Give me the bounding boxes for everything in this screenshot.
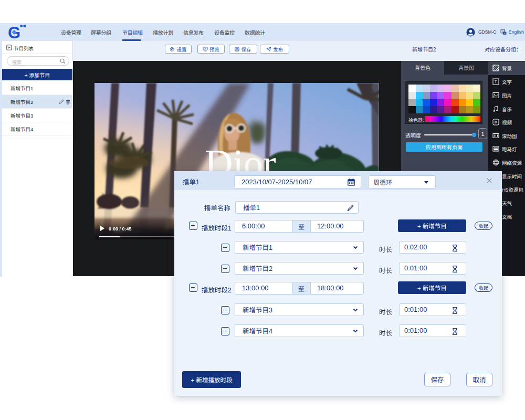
svg-text:A: A [504,32,506,35]
svg-text:0:00 / 0:45: 0:00 / 0:45 [109,226,132,232]
